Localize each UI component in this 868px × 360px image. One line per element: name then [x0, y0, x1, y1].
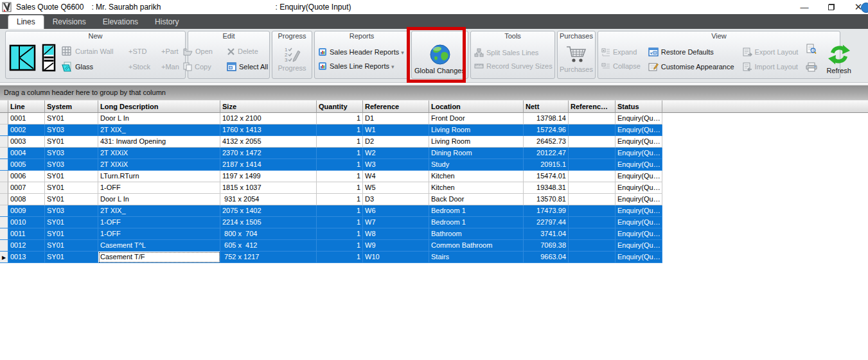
cell-nett[interactable]: 20915.1: [524, 159, 569, 171]
cell-qty[interactable]: 1: [317, 228, 363, 240]
row-indicator[interactable]: ▶: [0, 252, 8, 263]
cell-loc[interactable]: Bedroom 1: [429, 217, 524, 228]
cell-ref[interactable]: D2: [363, 136, 429, 148]
cell-loc[interactable]: Kitchen: [429, 171, 524, 182]
cell-ref2[interactable]: [569, 113, 616, 124]
cell-ref2[interactable]: [569, 228, 616, 240]
minimize-button[interactable]: —: [800, 3, 809, 12]
cell-nett[interactable]: 15724.96: [524, 124, 569, 136]
cell-status[interactable]: Enquiry(Qu…: [616, 240, 662, 252]
row-indicator[interactable]: [0, 124, 8, 136]
cell-nett[interactable]: 3741.04: [524, 228, 569, 240]
cell-status[interactable]: Enquiry(Qu…: [616, 171, 662, 182]
cell-desc[interactable]: Door L In: [98, 113, 220, 124]
cell-system[interactable]: SY01: [45, 194, 98, 205]
edit-open-button[interactable]: Open: [183, 47, 223, 56]
cell-ref2[interactable]: [569, 182, 616, 194]
cell-loc[interactable]: Bedroom 1: [429, 205, 524, 217]
cell-qty[interactable]: 1: [317, 124, 363, 136]
row-indicator[interactable]: [0, 182, 8, 194]
export-layout-button[interactable]: Export Layout: [742, 47, 799, 56]
cell-loc[interactable]: Study: [429, 159, 524, 171]
row-indicator[interactable]: [0, 148, 8, 159]
cell-size[interactable]: 800 x 704: [220, 228, 317, 240]
cell-line[interactable]: 0011: [8, 228, 45, 240]
grid-row[interactable]: 0010SY011-OFF2214 x 15051W7Bedroom 12279…: [0, 217, 868, 228]
cell-loc[interactable]: Living Room: [429, 124, 524, 136]
cell-loc[interactable]: Stairs: [429, 252, 524, 263]
new-glass-button[interactable]: Glass: [75, 63, 127, 71]
cell-size[interactable]: 931 x 2054: [220, 194, 317, 205]
cell-nett[interactable]: 13798.14: [524, 113, 569, 124]
cell-qty[interactable]: 1: [317, 159, 363, 171]
cell-status[interactable]: Enquiry(Qu…: [616, 113, 662, 124]
grid-row[interactable]: 0002SY032T XIX_1760 x 14131W1Living Room…: [0, 124, 868, 136]
cell-system[interactable]: SY01: [45, 217, 98, 228]
cell-line[interactable]: 0007: [8, 182, 45, 194]
cell-line[interactable]: 0005: [8, 159, 45, 171]
column-header-loc[interactable]: Location: [429, 100, 524, 113]
cell-qty[interactable]: 1: [317, 240, 363, 252]
purchases-button[interactable]: Purchases: [560, 45, 593, 73]
cell-ref[interactable]: W6: [363, 205, 429, 217]
cell-ref2[interactable]: [569, 205, 616, 217]
record-survey-sizes-button[interactable]: Record Survey Sizes: [474, 62, 553, 70]
grid-row[interactable]: 0004SY032T XIXiX2370 x 14721W2Dining Roo…: [0, 148, 868, 159]
cell-qty[interactable]: 1: [317, 194, 363, 205]
cell-ref2[interactable]: [569, 240, 616, 252]
grid-row[interactable]: 0006SY01LTurn.RTurn1197 x 14991W4Kitchen…: [0, 171, 868, 182]
tab-lines[interactable]: Lines: [8, 15, 44, 29]
new-stock-button[interactable]: +Stock: [128, 63, 159, 71]
cell-line[interactable]: 0010: [8, 217, 45, 228]
sales-line-reports-button[interactable]: Sales Line Reports: [318, 62, 404, 71]
cell-status[interactable]: Enquiry(Qu…: [616, 148, 662, 159]
new-casement-window-button[interactable]: [9, 44, 36, 74]
edit-copy-button[interactable]: Copy: [183, 62, 223, 71]
customise-appearance-button[interactable]: Customise Appearance: [648, 62, 734, 71]
edit-delete-button[interactable]: Delete: [227, 47, 274, 56]
new-curtain-wall-button[interactable]: Curtain Wall: [75, 47, 127, 55]
group-by-panel[interactable]: Drag a column header here to group by th…: [0, 85, 868, 100]
cell-system[interactable]: SY01: [45, 252, 98, 263]
cell-system[interactable]: SY01: [45, 136, 98, 148]
column-header-nett[interactable]: Nett: [524, 100, 569, 113]
row-indicator[interactable]: [0, 228, 8, 240]
cell-qty[interactable]: 1: [317, 171, 363, 182]
cell-line[interactable]: 0001: [8, 113, 45, 124]
cell-system[interactable]: SY01: [45, 182, 98, 194]
cell-loc[interactable]: Kitchen: [429, 182, 524, 194]
new-std-button[interactable]: +STD: [128, 47, 159, 55]
row-indicator[interactable]: [0, 159, 8, 171]
cell-status[interactable]: Enquiry(Qu…: [616, 136, 662, 148]
cell-size[interactable]: 2187 x 1414: [220, 159, 317, 171]
cell-nett[interactable]: 13570.81: [524, 194, 569, 205]
cell-system[interactable]: SY03: [45, 148, 98, 159]
cell-ref[interactable]: W3: [363, 159, 429, 171]
cell-line[interactable]: 0008: [8, 194, 45, 205]
cell-desc[interactable]: 2T XIXiX: [98, 148, 220, 159]
grid-row[interactable]: 0007SY011-OFF1815 x 10371W5Kitchen19348.…: [0, 182, 868, 194]
restore-defaults-button[interactable]: Restore Defaults: [648, 47, 734, 56]
grid-row[interactable]: 0009SY032T XIX_2075 x 14021W6Bedroom 117…: [0, 205, 868, 217]
cell-system[interactable]: SY01: [45, 240, 98, 252]
cell-nett[interactable]: 7069.38: [524, 240, 569, 252]
sales-header-reports-button[interactable]: Sales Header Reports: [318, 47, 404, 56]
cell-line[interactable]: 0006: [8, 171, 45, 182]
cell-size[interactable]: 752 x 1217: [220, 252, 317, 263]
cell-size[interactable]: 2075 x 1402: [220, 205, 317, 217]
cell-loc[interactable]: Back Door: [429, 194, 524, 205]
cell-ref[interactable]: W7: [363, 217, 429, 228]
cell-qty[interactable]: 1: [317, 136, 363, 148]
print-preview-button[interactable]: [806, 44, 817, 56]
cell-status[interactable]: Enquiry(Qu…: [616, 182, 662, 194]
help-icon[interactable]: [861, 3, 868, 13]
cell-size[interactable]: 605 x 412: [220, 240, 317, 252]
column-header-ref2[interactable]: Referenc…: [569, 100, 616, 113]
cell-system[interactable]: SY01: [45, 113, 98, 124]
grid-row[interactable]: ▶0013SY01Casement T/F 752 x 12171W10Stai…: [0, 252, 868, 263]
cell-ref[interactable]: W1: [363, 124, 429, 136]
cell-qty[interactable]: 1: [317, 113, 363, 124]
cell-qty[interactable]: 1: [317, 217, 363, 228]
grid-row[interactable]: 0012SY01Casement T^L 605 x 4121W9Common …: [0, 240, 868, 252]
cell-ref2[interactable]: [569, 171, 616, 182]
